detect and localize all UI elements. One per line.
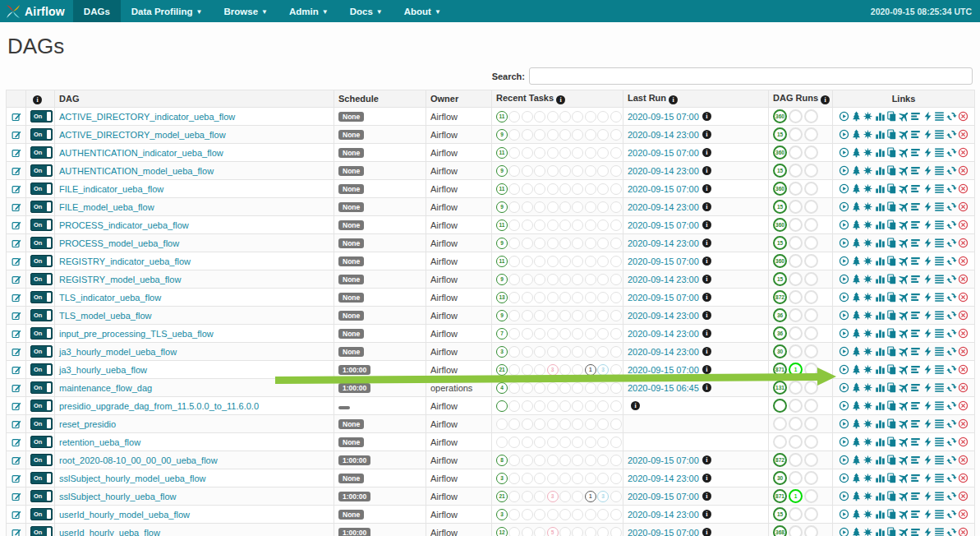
edit-dag-icon[interactable] xyxy=(11,365,21,375)
dag-details-icon[interactable] xyxy=(934,328,945,339)
tree-view-icon[interactable] xyxy=(851,201,862,212)
refresh-dag-icon[interactable] xyxy=(946,256,957,266)
task-state-circle[interactable]: 9 xyxy=(496,310,508,321)
dag-link[interactable]: REGISTRY_indicator_ueba_flow xyxy=(59,256,191,266)
task-state-circle[interactable]: 3 xyxy=(547,364,559,376)
gantt-view-icon[interactable] xyxy=(910,292,921,303)
dag-link[interactable]: REGISTRY_model_ueba_flow xyxy=(59,275,181,284)
last-run-link[interactable]: 2020-09-15 07:00 xyxy=(628,256,699,266)
refresh-dag-icon[interactable] xyxy=(946,111,957,122)
dag-run-circle[interactable]: 872 xyxy=(773,453,787,467)
edit-dag-icon[interactable] xyxy=(11,528,21,536)
edit-dag-icon[interactable] xyxy=(11,184,21,194)
dag-run-circle[interactable]: 1 xyxy=(789,489,803,503)
dag-link[interactable]: input_pre_processing_TLS_ueba_flow xyxy=(59,329,214,339)
task-tries-icon[interactable] xyxy=(886,418,897,429)
dag-details-icon[interactable] xyxy=(934,509,945,520)
landing-times-icon[interactable] xyxy=(899,527,909,536)
last-run-link[interactable]: 2020-09-15 07:00 xyxy=(628,148,699,158)
graph-view-icon[interactable] xyxy=(863,491,873,501)
gantt-view-icon[interactable] xyxy=(910,256,921,266)
dag-run-circle[interactable]: 131 xyxy=(773,381,787,395)
last-run-link[interactable]: 2020-09-15 07:00 xyxy=(628,365,699,375)
edit-dag-icon[interactable] xyxy=(11,311,21,321)
dag-details-icon[interactable] xyxy=(934,183,945,194)
gantt-view-icon[interactable] xyxy=(910,382,921,393)
dag-pause-toggle[interactable]: On xyxy=(30,219,53,231)
delete-dag-icon[interactable] xyxy=(958,491,968,501)
last-run-link[interactable]: 2020-09-14 23:00 xyxy=(628,275,699,284)
landing-times-icon[interactable] xyxy=(899,147,909,158)
tree-view-icon[interactable] xyxy=(851,418,862,429)
tree-view-icon[interactable] xyxy=(851,111,862,122)
gantt-view-icon[interactable] xyxy=(910,364,921,375)
task-tries-icon[interactable] xyxy=(886,201,897,212)
trigger-dag-icon[interactable] xyxy=(839,382,849,393)
task-state-circle[interactable]: 12 xyxy=(496,527,508,536)
edit-dag-icon[interactable] xyxy=(11,329,21,339)
landing-times-icon[interactable] xyxy=(899,183,909,194)
dag-link[interactable]: reset_presidio xyxy=(59,419,116,429)
tree-view-icon[interactable] xyxy=(851,310,862,321)
tree-view-icon[interactable] xyxy=(851,219,862,230)
dag-link[interactable]: TLS_indicator_ueba_flow xyxy=(59,293,161,303)
refresh-dag-icon[interactable] xyxy=(946,455,957,465)
refresh-dag-icon[interactable] xyxy=(946,473,957,483)
graph-view-icon[interactable] xyxy=(863,346,873,357)
gantt-view-icon[interactable] xyxy=(910,527,921,536)
edit-dag-icon[interactable] xyxy=(11,510,21,520)
dag-link[interactable]: ACTIVE_DIRECTORY_model_ueba_flow xyxy=(59,130,226,140)
dag-pause-toggle[interactable]: On xyxy=(30,400,53,412)
task-tries-icon[interactable] xyxy=(886,147,897,158)
last-run-link[interactable]: 2020-09-14 23:00 xyxy=(628,329,699,339)
edit-dag-icon[interactable] xyxy=(11,455,21,465)
code-view-icon[interactable] xyxy=(922,346,933,357)
dag-pause-toggle[interactable]: On xyxy=(30,508,53,520)
tree-view-icon[interactable] xyxy=(851,437,862,447)
dag-pause-toggle[interactable]: On xyxy=(30,110,53,122)
refresh-dag-icon[interactable] xyxy=(946,491,957,501)
graph-view-icon[interactable] xyxy=(863,364,873,375)
delete-dag-icon[interactable] xyxy=(958,418,968,429)
tree-view-icon[interactable] xyxy=(851,256,862,266)
delete-dag-icon[interactable] xyxy=(958,455,968,465)
edit-dag-icon[interactable] xyxy=(11,112,21,122)
tree-view-icon[interactable] xyxy=(851,382,862,393)
edit-dag-icon[interactable] xyxy=(11,238,21,248)
task-state-circle[interactable]: 9 xyxy=(496,201,508,213)
search-input[interactable] xyxy=(529,67,973,85)
delete-dag-icon[interactable] xyxy=(958,509,968,520)
delete-dag-icon[interactable] xyxy=(958,129,968,140)
task-duration-icon[interactable] xyxy=(875,165,886,176)
task-duration-icon[interactable] xyxy=(875,527,886,536)
task-duration-icon[interactable] xyxy=(875,418,886,429)
task-duration-icon[interactable] xyxy=(875,364,886,375)
task-state-circle[interactable]: 3 xyxy=(496,473,508,484)
code-view-icon[interactable] xyxy=(922,328,933,339)
trigger-dag-icon[interactable] xyxy=(839,165,849,176)
trigger-dag-icon[interactable] xyxy=(839,292,849,303)
graph-view-icon[interactable] xyxy=(863,328,873,339)
task-duration-icon[interactable] xyxy=(875,455,886,465)
dag-details-icon[interactable] xyxy=(934,256,945,266)
task-tries-icon[interactable] xyxy=(886,292,897,303)
task-tries-icon[interactable] xyxy=(886,437,897,447)
tree-view-icon[interactable] xyxy=(851,455,862,465)
trigger-dag-icon[interactable] xyxy=(839,183,849,194)
edit-dag-icon[interactable] xyxy=(11,383,21,393)
code-view-icon[interactable] xyxy=(922,527,933,536)
code-view-icon[interactable] xyxy=(922,364,933,375)
landing-times-icon[interactable] xyxy=(899,364,909,375)
code-view-icon[interactable] xyxy=(922,147,933,158)
delete-dag-icon[interactable] xyxy=(958,292,968,303)
task-state-circle[interactable]: 11 xyxy=(496,111,508,122)
gantt-view-icon[interactable] xyxy=(910,328,921,339)
dag-run-circle[interactable]: 368 xyxy=(773,525,787,536)
dag-link[interactable]: FILE_model_ueba_flow xyxy=(59,202,154,212)
task-state-circle[interactable]: 11 xyxy=(496,219,508,231)
task-tries-icon[interactable] xyxy=(886,364,897,375)
dag-link[interactable]: PROCESS_model_ueba_flow xyxy=(59,238,179,248)
dag-details-icon[interactable] xyxy=(934,346,945,357)
code-view-icon[interactable] xyxy=(922,129,933,140)
landing-times-icon[interactable] xyxy=(899,382,909,393)
